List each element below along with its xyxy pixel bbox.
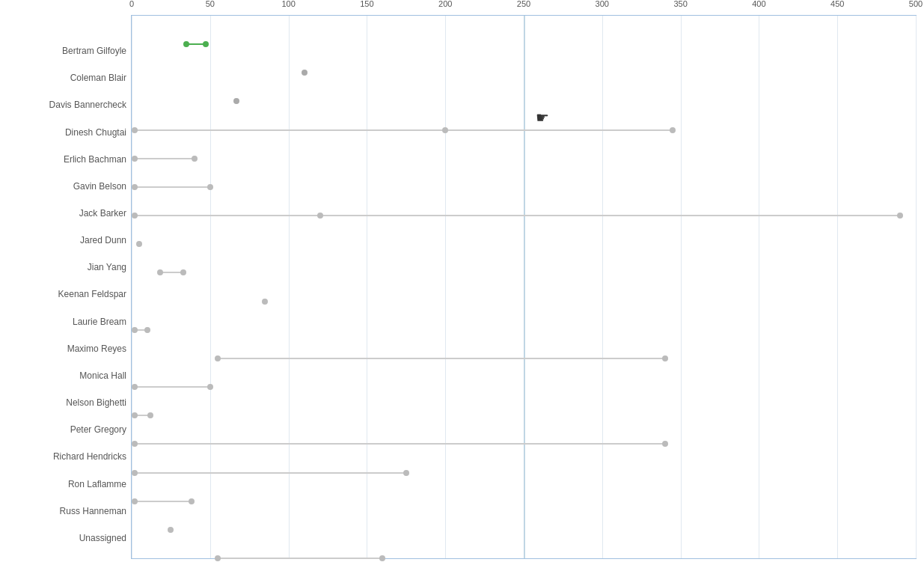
dot-row	[132, 316, 916, 344]
dot-row	[132, 87, 916, 115]
data-dot	[136, 241, 142, 247]
data-dot	[168, 527, 174, 533]
x-tick-label: 400	[752, 0, 765, 8]
data-dot	[207, 384, 213, 390]
y-label: Ron Laflamme	[0, 471, 131, 498]
dot-row	[132, 373, 916, 401]
x-axis-labels: 050100150200250300350400450500	[132, 0, 916, 14]
dot-row	[132, 487, 916, 516]
y-label: Laurie Bream	[0, 308, 131, 335]
dot-row	[132, 173, 916, 201]
data-dot	[670, 127, 676, 133]
y-axis: Bertram GilfoyleColeman BlairDavis Banne…	[0, 15, 131, 559]
data-dot	[132, 127, 138, 133]
y-label: Erlich Bachman	[0, 146, 131, 173]
dot-row	[132, 287, 916, 316]
data-dot	[132, 184, 138, 190]
dot-row	[132, 430, 916, 458]
y-label: Monica Hall	[0, 362, 131, 389]
data-dot	[317, 213, 323, 219]
x-tick-label: 50	[206, 0, 215, 8]
x-tick-label: 100	[281, 0, 295, 8]
dot-row	[132, 230, 916, 258]
data-dot	[144, 327, 150, 333]
y-label: Russ Hanneman	[0, 498, 131, 525]
y-label: Richard Hendricks	[0, 443, 131, 470]
dot-row	[132, 344, 916, 373]
dot-line	[218, 558, 382, 559]
x-tick-label: 500	[909, 0, 923, 8]
x-tick-label: 150	[360, 0, 373, 8]
data-dot	[157, 269, 163, 275]
dot-line	[218, 358, 664, 359]
y-label: Coleman Blair	[0, 64, 131, 91]
x-tick-label: 300	[596, 0, 609, 8]
chart-inner: Bertram GilfoyleColeman BlairDavis Banne…	[0, 15, 917, 559]
y-label: Keenan Feldspar	[0, 281, 131, 308]
y-label: Maximo Reyes	[0, 335, 131, 362]
dot-line	[135, 215, 900, 216]
dot-line	[135, 472, 406, 474]
data-dot	[215, 355, 221, 361]
data-dot	[132, 384, 138, 390]
data-dot	[132, 470, 138, 476]
dot-line	[135, 158, 195, 159]
y-label: Jack Barker	[0, 200, 131, 227]
data-dot	[207, 184, 213, 190]
dot-line	[135, 443, 664, 445]
dot-row	[132, 401, 916, 430]
plot-area[interactable]: 050100150200250300350400450500 ☛	[131, 15, 917, 559]
y-label: Davis Bannercheck	[0, 91, 131, 118]
dot-row	[132, 116, 916, 144]
data-dot	[180, 269, 186, 275]
data-dot	[132, 412, 138, 418]
x-tick-label: 450	[830, 0, 844, 8]
x-tick-label: 200	[438, 0, 452, 8]
dot-row	[132, 458, 916, 486]
dot-line	[135, 386, 210, 388]
data-dot	[132, 327, 138, 333]
data-dot	[262, 299, 268, 305]
dot-row	[132, 544, 916, 573]
dot-line	[135, 186, 210, 188]
data-dot	[379, 555, 385, 561]
data-dot	[132, 213, 138, 219]
data-dot	[442, 127, 448, 133]
data-dot	[132, 441, 138, 447]
data-dot	[183, 41, 189, 47]
data-dot	[132, 156, 138, 162]
data-dot	[189, 498, 195, 504]
x-tick-label: 0	[129, 0, 134, 8]
y-label: Jared Dunn	[0, 227, 131, 254]
dot-row	[132, 201, 916, 230]
dot-line	[135, 501, 191, 502]
data-dot	[147, 412, 153, 418]
grid-line	[916, 16, 917, 558]
data-dot	[897, 213, 903, 219]
dot-row	[132, 516, 916, 544]
y-label: Peter Gregory	[0, 416, 131, 443]
data-dot	[215, 555, 221, 561]
x-tick-label: 250	[517, 0, 530, 8]
data-dot	[233, 98, 239, 104]
dot-row	[132, 58, 916, 87]
data-dot	[192, 156, 198, 162]
y-label: Unassigned	[0, 525, 131, 552]
y-label: Bertram Gilfoyle	[0, 37, 131, 64]
data-dot	[662, 441, 668, 447]
dot-line	[135, 129, 673, 131]
data-dot	[302, 70, 308, 76]
y-label: Gavin Belson	[0, 173, 131, 200]
data-dot	[403, 470, 409, 476]
y-label: Dinesh Chugtai	[0, 118, 131, 145]
chart-container: Bertram GilfoyleColeman BlairDavis Banne…	[0, 0, 924, 574]
dot-row	[132, 144, 916, 173]
dot-row	[132, 30, 916, 58]
dot-row	[132, 258, 916, 287]
data-dot	[203, 41, 209, 47]
data-dot	[662, 355, 668, 361]
y-label: Jian Yang	[0, 254, 131, 281]
y-label: Nelson Bighetti	[0, 389, 131, 416]
data-dot	[132, 498, 138, 504]
x-tick-label: 350	[673, 0, 687, 8]
